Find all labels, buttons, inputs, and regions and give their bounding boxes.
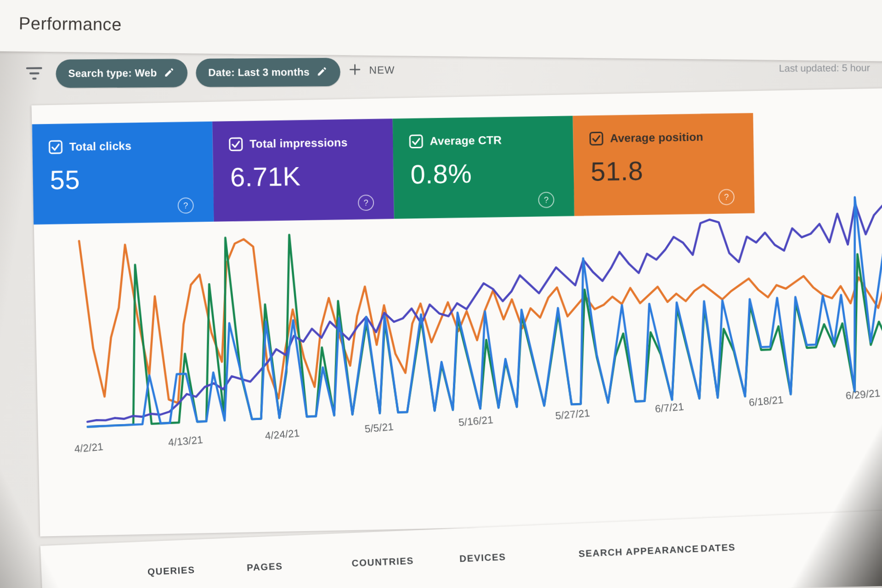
x-tick-label: 5/5/21 <box>364 420 394 435</box>
x-tick-label: 5/27/21 <box>555 407 591 422</box>
page-title: Performance <box>19 14 122 35</box>
filter-icon <box>26 67 43 81</box>
tab-pages[interactable]: PAGES <box>243 560 286 574</box>
performance-report-card: Total clicks 55 ? Total impressions 6.71… <box>31 88 882 537</box>
x-tick-label: 6/7/21 <box>655 401 684 415</box>
tab-search-appearance[interactable]: SEARCH APPEARANCE <box>576 543 702 560</box>
new-filter-label: NEW <box>369 64 395 76</box>
metric-card-average-ctr[interactable]: Average CTR 0.8% ? <box>393 116 575 218</box>
tab-devices[interactable]: DEVICES <box>457 551 509 565</box>
filter-bar: Search type: Web Date: Last 3 months <box>0 49 882 97</box>
checkbox-checked-icon[interactable] <box>589 131 603 146</box>
metric-label: Total impressions <box>249 136 348 151</box>
performance-chart: 4/2/21 4/13/21 4/24/21 5/5/21 5/16/21 5/… <box>79 191 882 479</box>
metric-label: Average CTR <box>430 134 502 148</box>
metric-card-total-impressions[interactable]: Total impressions 6.71K ? <box>212 118 394 221</box>
metric-label: Total clicks <box>69 139 132 153</box>
tab-queries[interactable]: QUERIES <box>144 564 198 578</box>
x-tick-label: 6/18/21 <box>748 394 784 409</box>
date-range-chip-label: Date: Last 3 months <box>208 66 310 79</box>
help-icon[interactable]: ? <box>177 197 194 214</box>
last-updated-text: Last updated: 5 hour <box>779 62 870 74</box>
tab-dates[interactable]: DATES <box>697 541 738 554</box>
search-type-chip[interactable]: Search type: Web <box>56 59 188 88</box>
search-type-chip-label: Search type: Web <box>68 67 157 80</box>
metric-value: 6.71K <box>230 161 301 192</box>
checkbox-checked-icon[interactable] <box>229 137 243 151</box>
metric-card-total-clicks[interactable]: Total clicks 55 ? <box>32 122 214 224</box>
x-tick-label: 5/16/21 <box>458 414 494 429</box>
metric-value: 51.8 <box>590 155 643 187</box>
edit-pencil-icon <box>164 67 175 80</box>
checkbox-checked-icon[interactable] <box>409 134 423 148</box>
help-icon[interactable]: ? <box>538 192 554 208</box>
x-tick-label: 4/2/21 <box>74 441 104 455</box>
edit-pencil-icon <box>316 66 328 79</box>
tab-countries[interactable]: COUNTRIES <box>349 555 417 570</box>
checkbox-checked-icon[interactable] <box>48 140 62 154</box>
metric-label: Average position <box>610 130 703 145</box>
x-tick-label: 4/13/21 <box>168 434 204 449</box>
x-tick-label: 4/24/21 <box>265 427 300 442</box>
new-filter-button[interactable]: NEW <box>345 62 398 78</box>
metric-value: 0.8% <box>410 158 472 190</box>
chart-line-average-position <box>79 204 882 407</box>
plus-icon <box>348 63 362 78</box>
x-tick-label: 6/29/21 <box>845 387 881 402</box>
date-range-chip[interactable]: Date: Last 3 months <box>196 58 340 87</box>
screen: Performance Search type: Web Date: Last … <box>0 0 882 588</box>
metric-value: 55 <box>50 164 80 196</box>
help-icon[interactable]: ? <box>358 195 374 211</box>
